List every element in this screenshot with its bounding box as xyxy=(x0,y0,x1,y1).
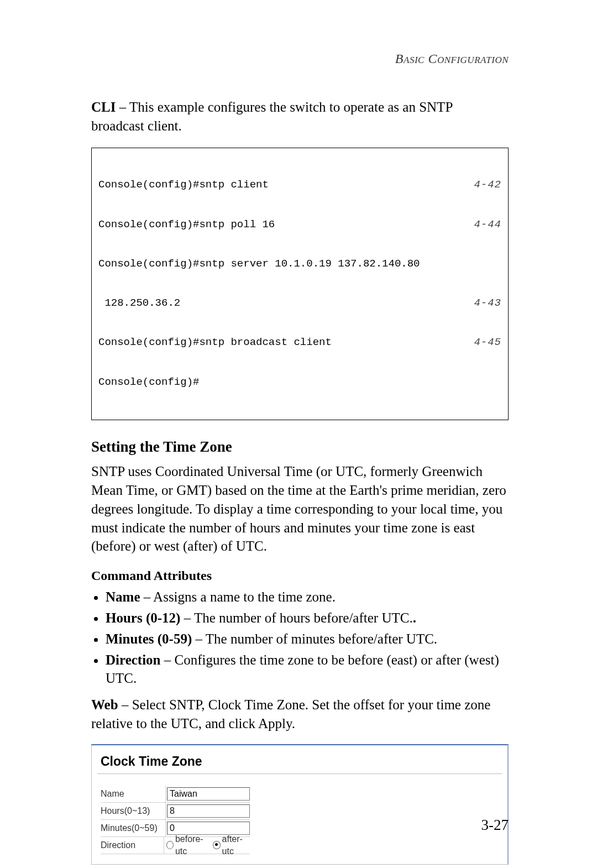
attribute-list: Name – Assigns a name to the time zone. … xyxy=(106,588,509,688)
cli-cmd: Console(config)#sntp server 10.1.0.19 13… xyxy=(98,258,420,271)
section-heading: Setting the Time Zone xyxy=(91,437,509,457)
field-label-direction: Direction xyxy=(101,837,164,854)
panel-title: Clock Time Zone xyxy=(101,753,499,770)
command-attributes-heading: Command Attributes xyxy=(91,567,509,584)
page-ref xyxy=(495,376,501,389)
cli-listing-1: Console(config)#sntp client4-42 Console(… xyxy=(91,148,509,420)
field-label-minutes: Minutes(0~59) xyxy=(101,820,166,836)
page-ref: 4-44 xyxy=(467,218,501,232)
web-label: Web xyxy=(91,697,118,712)
cli-cmd: Console(config)#sntp client xyxy=(98,179,269,192)
radio-before-utc[interactable] xyxy=(166,841,174,849)
hours-field[interactable] xyxy=(167,804,250,818)
web-intro-text: – Select SNTP, Clock Time Zone. Set the … xyxy=(91,697,490,731)
page-ref: 4-42 xyxy=(467,179,501,192)
cli-intro-text: – This example configures the switch to … xyxy=(91,100,452,133)
running-head: Basic Configuration xyxy=(91,50,509,67)
page-ref: 4-45 xyxy=(467,336,501,349)
section-body: SNTP uses Coordinated Universal Time (or… xyxy=(91,462,509,556)
web-ui-screenshot: Clock Time Zone Name Hours(0~13) Minutes… xyxy=(91,744,509,865)
list-item: Hours (0-12) – The number of hours befor… xyxy=(106,609,509,628)
cli-label: CLI xyxy=(91,100,116,114)
page-ref xyxy=(495,258,501,271)
web-intro: Web – Select SNTP, Clock Time Zone. Set … xyxy=(91,696,509,733)
cli-cmd: Console(config)# xyxy=(98,376,199,389)
list-item: Minutes (0-59) – The number of minutes b… xyxy=(106,630,509,649)
cli-cmd: Console(config)#sntp broadcast client xyxy=(98,336,332,349)
cli-cmd: 128.250.36.2 xyxy=(98,297,180,310)
minutes-field[interactable] xyxy=(167,822,250,835)
separator xyxy=(97,773,502,775)
cli-intro: CLI – This example configures the switch… xyxy=(91,98,509,135)
list-item: Direction – Configures the time zone to … xyxy=(106,651,509,688)
page-ref: 4-43 xyxy=(467,297,501,310)
name-field[interactable] xyxy=(167,787,250,801)
field-label-name: Name xyxy=(101,786,166,802)
cli-cmd: Console(config)#sntp poll 16 xyxy=(98,218,275,232)
list-item: Name – Assigns a name to the time zone. xyxy=(106,588,509,606)
page-number: 3-27 xyxy=(481,815,509,835)
radio-label: after-utc xyxy=(222,833,250,857)
radio-label: before-utc xyxy=(175,833,210,857)
field-label-hours: Hours(0~13) xyxy=(101,803,166,819)
radio-after-utc[interactable] xyxy=(213,841,220,849)
